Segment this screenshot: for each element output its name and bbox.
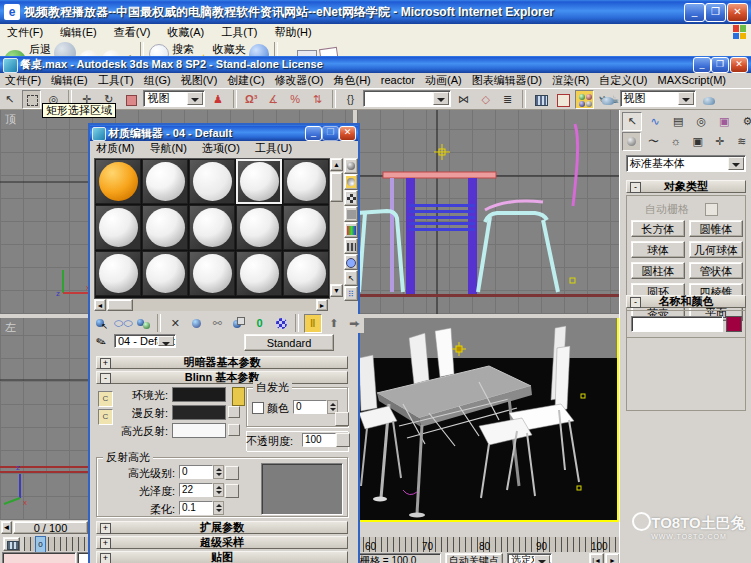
layer-manager-icon[interactable]: ≣ [498,90,517,109]
max-menu-customize[interactable]: 自定义(U) [594,73,652,88]
me-menu-navigation[interactable]: 导航(N) [144,141,193,156]
max-menu-modifiers[interactable]: 修改器(O) [270,73,329,88]
get-material-icon[interactable]: ↖ [92,314,110,333]
category-helpers[interactable]: ✛ [710,132,729,151]
tab-create[interactable]: ↖ [622,112,642,131]
material-sample-slot-14[interactable] [236,251,282,296]
ie-menu-tools[interactable]: 工具(T) [214,24,264,41]
specular-level-map-button[interactable] [225,466,239,480]
material-editor-icon[interactable] [575,90,594,109]
sample-uv-tiling-icon[interactable] [344,206,358,222]
render-preset-dropdown[interactable]: 视图 [620,90,696,107]
tab-hierarchy[interactable]: ▤ [668,112,688,131]
lock-diffuse-specular-icon[interactable]: C [98,409,113,425]
schematic-view-icon[interactable] [553,90,572,109]
max-menu-views[interactable]: 视图(V) [176,73,223,88]
material-sample-slot-8[interactable] [189,205,235,250]
material-sample-slot-4[interactable] [236,159,282,204]
snap-toggle-3d-icon[interactable]: Ω³ [242,90,261,109]
select-and-manipulate-icon[interactable]: ♟ [209,90,228,109]
material-map-navigator-icon[interactable]: ⠿ [344,286,358,301]
max-menu-character[interactable]: 角色(H) [329,73,376,88]
viewport-front[interactable] [357,110,619,314]
create-sphere-button[interactable]: 球体 [631,241,685,258]
self-illumination-checkbox[interactable] [252,402,264,414]
material-editor-options-icon[interactable] [344,254,358,270]
specular-color-swatch[interactable] [172,423,226,438]
ie-search-icon[interactable] [149,44,169,56]
category-shapes[interactable]: 〜 [644,132,663,151]
max-restore-button[interactable]: ❐ [711,57,729,73]
me-minimize-button[interactable]: _ [305,126,322,141]
material-sample-slot-11[interactable] [95,251,141,296]
object-name-input[interactable] [631,316,723,332]
rollout-shader-basic[interactable]: +明暗器基本参数 [96,356,348,369]
me-maximize-button[interactable]: ❐ [322,126,339,141]
ie-titlebar[interactable]: e 视频教程播放器--中国最权威的电脑教程软件资讯网站--eNet网络学院 - … [0,0,751,24]
ie-menu-view[interactable]: 查看(V) [107,24,158,41]
sample-horizontal-scrollbar[interactable]: ◄ ► [94,299,328,311]
ie-edit-icon[interactable] [319,47,339,56]
material-editor-titlebar[interactable]: 材质编辑器 - 04 - Default _ ❐ ✕ [90,125,358,141]
material-sample-slot-2[interactable] [142,159,188,204]
timeline-ruler[interactable]: 60 70 80 90 100 [357,537,619,552]
track-bar[interactable] [24,537,88,551]
rollout-blinn-basic[interactable]: -Blinn 基本参数 [96,371,348,384]
max-menu-edit[interactable]: 编辑(E) [46,73,93,88]
max-menu-animation[interactable]: 动画(A) [420,73,467,88]
selection-filter-dropdown[interactable]: 视图 [143,90,205,107]
auto-key-button[interactable]: 自动关键点 [445,553,503,563]
me-menu-utilities[interactable]: 工具(U) [249,141,298,156]
key-filters-dropdown[interactable]: 选定对象 [507,553,552,563]
object-category-dropdown[interactable]: 标准基本体 [626,155,746,172]
max-menu-file[interactable]: 文件(F) [0,73,46,88]
play-button[interactable]: ► [605,553,620,563]
reset-map-icon[interactable]: ✕ [166,314,184,333]
category-lights[interactable]: ☼ [666,132,685,151]
soften-spinner[interactable]: 0.1 [179,501,224,515]
object-color-swatch[interactable] [726,316,742,332]
category-space-warps[interactable]: ≋ [732,132,751,151]
ambient-diffuse-lock-icon[interactable] [232,387,245,406]
max-minimize-button[interactable]: _ [693,57,711,73]
material-sample-slot-3[interactable] [189,159,235,204]
background-icon[interactable] [344,190,358,206]
tab-utilities[interactable]: ⚙ [737,112,751,131]
max-menu-tools[interactable]: 工具(T) [93,73,139,88]
glossiness-map-button[interactable] [225,484,239,498]
show-end-result-icon[interactable]: ‖ [304,314,322,333]
ie-forward-icon[interactable] [54,42,76,56]
curve-editor-icon[interactable] [531,90,550,109]
ie-menu-file[interactable]: 文件(F) [0,24,50,41]
percent-snap-icon[interactable]: % [286,90,305,109]
diffuse-color-swatch[interactable] [172,405,226,420]
ie-menu-edit[interactable]: 编辑(E) [53,24,104,41]
rollout-extended-parameters[interactable]: +扩展参数 [96,521,348,534]
rollout-object-type[interactable]: -对象类型 [626,180,746,193]
specular-map-button[interactable] [228,424,240,436]
diffuse-map-button[interactable] [228,406,240,418]
select-and-scale-icon[interactable] [121,90,140,109]
sample-type-icon[interactable] [344,158,358,174]
quick-render-icon[interactable] [699,90,718,109]
material-id-channel-icon[interactable]: 0 [251,314,269,333]
max-menu-create[interactable]: 创建(C) [222,73,269,88]
self-illumination-map-button[interactable] [335,412,349,426]
named-selection-dropdown[interactable] [363,90,451,107]
max-close-button[interactable]: ✕ [730,57,748,73]
me-menu-options[interactable]: 选项(O) [196,141,246,156]
tab-display[interactable]: ▣ [714,112,734,131]
create-cylinder-button[interactable]: 圆柱体 [631,262,685,279]
category-geometry[interactable] [622,132,641,151]
render-scene-icon[interactable]: 🫖︎☕︎ [598,90,617,109]
material-name-dropdown[interactable]: 04 - Default [114,334,176,348]
lock-ambient-diffuse-icon[interactable]: C [98,391,113,407]
create-cone-button[interactable]: 圆锥体 [689,220,743,237]
tab-motion[interactable]: ◎ [691,112,711,131]
max-menu-maxscript[interactable]: MAXScript(M) [653,74,731,86]
put-material-to-scene-icon[interactable]: ⬭⬭ [113,314,131,333]
time-slider-left-arrow[interactable]: ◄ [1,521,12,534]
select-object-icon[interactable]: ↖ [0,90,19,109]
autogrid-checkbox[interactable] [705,203,718,216]
me-close-button[interactable]: ✕ [339,126,356,141]
